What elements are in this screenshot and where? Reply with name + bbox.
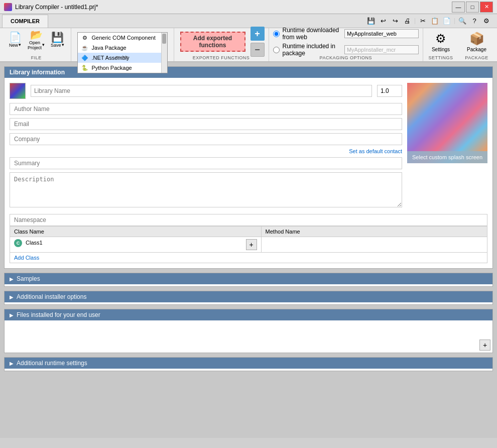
runtime-web-radio[interactable] bbox=[273, 31, 280, 37]
additional-runtime-header[interactable]: ▶ Additional runtime settings bbox=[5, 358, 492, 369]
library-icon-preview bbox=[10, 83, 26, 99]
files-installed-header[interactable]: ▶ Files installed for your end user bbox=[5, 309, 492, 320]
description-input[interactable] bbox=[10, 172, 402, 207]
class1-cell[interactable]: C Class1 + bbox=[10, 237, 262, 253]
cut-btn[interactable]: ✂ bbox=[417, 16, 428, 26]
summary-input[interactable] bbox=[10, 157, 402, 169]
library-info-body: Set as default contact Select custom spl… bbox=[5, 78, 492, 268]
minimize-button[interactable]: — bbox=[452, 2, 465, 13]
print-btn[interactable]: 🖨 bbox=[402, 16, 413, 26]
python-label: Python Package bbox=[92, 65, 132, 71]
select-splash-button[interactable]: Select custom splash screen bbox=[407, 151, 487, 163]
new-dropdown-arrow[interactable]: ▾ bbox=[19, 42, 21, 47]
class1-method-cell bbox=[261, 237, 487, 253]
main-content: Library information Set as default conta… bbox=[0, 62, 497, 438]
package-button[interactable]: 📦 Package bbox=[462, 29, 491, 55]
class1-label: Class1 bbox=[26, 240, 43, 246]
library-name-row bbox=[10, 83, 402, 99]
type-generic-com[interactable]: ⚙ Generic COM Component bbox=[78, 33, 167, 43]
file-section: 📄 New ▾ 📂 Open Project ▾ 💾 Save ▾ FILE bbox=[2, 28, 71, 61]
close-button[interactable]: ✕ bbox=[480, 2, 493, 13]
help-btn[interactable]: ? bbox=[469, 16, 480, 26]
app-icon bbox=[4, 3, 12, 11]
class-table-header-row: Class Name Method Name bbox=[10, 227, 487, 237]
additional-installer-section: ▶ Additional installer options bbox=[4, 291, 493, 305]
add-exported-functions-button[interactable]: Add exported functions bbox=[180, 32, 245, 52]
class-table: Class Name Method Name C Class1 + bbox=[10, 226, 487, 263]
generic-com-label: Generic COM Component bbox=[92, 35, 156, 41]
splash-section: Set as default contact Select custom spl… bbox=[10, 83, 487, 209]
open-dropdown-arrow[interactable]: ▾ bbox=[42, 42, 45, 47]
author-name-input[interactable] bbox=[10, 103, 402, 115]
toolbar-tabs: COMPILER 💾 ↩ ↪ 🖨 ✂ 📋 📄 🔍 ? ⚙ bbox=[0, 14, 497, 28]
settings-quick-btn[interactable]: ⚙ bbox=[481, 16, 492, 26]
package-label: Package bbox=[467, 47, 486, 52]
exported-functions-section: Add exported functions + − EXPORTED FUNC… bbox=[174, 28, 269, 61]
additional-installer-label: Additional installer options bbox=[17, 293, 86, 300]
class1-row: C Class1 + bbox=[10, 237, 487, 253]
additional-runtime-chevron: ▶ bbox=[10, 361, 14, 366]
title-bar-left: Library Compiler - untitled1.prj* bbox=[4, 3, 98, 11]
method-name-header: Method Name bbox=[261, 227, 487, 237]
python-icon: 🐍 bbox=[81, 64, 89, 72]
class-name-header: Class Name bbox=[10, 227, 262, 237]
undo-btn[interactable]: ↩ bbox=[378, 16, 389, 26]
samples-section: ▶ Samples bbox=[4, 273, 493, 287]
save-dropdown-arrow[interactable]: ▾ bbox=[62, 42, 64, 47]
generic-com-icon: ⚙ bbox=[81, 34, 89, 42]
samples-header[interactable]: ▶ Samples bbox=[5, 273, 492, 284]
open-button[interactable]: 📂 Open Project ▾ bbox=[25, 28, 47, 56]
new-icon: 📄 bbox=[9, 32, 22, 42]
library-info-panel: Library information Set as default conta… bbox=[4, 66, 493, 269]
files-add-button[interactable]: + bbox=[479, 340, 490, 351]
file-section-label: FILE bbox=[2, 55, 71, 60]
search-btn[interactable]: 🔍 bbox=[457, 16, 468, 26]
add-function-button[interactable]: + bbox=[251, 27, 265, 41]
add-export-label: Add exported functions bbox=[187, 35, 238, 49]
package-section: 📦 Package PACKAGE bbox=[458, 28, 495, 61]
runtime-included-input[interactable] bbox=[344, 45, 419, 54]
main-toolbar: 📄 New ▾ 📂 Open Project ▾ 💾 Save ▾ FILE bbox=[0, 28, 497, 62]
type-section-label: TYPE bbox=[71, 55, 174, 60]
library-info-title: Library information bbox=[10, 69, 65, 76]
class-icon: C bbox=[14, 239, 22, 247]
set-default-contact-link[interactable]: Set as default contact bbox=[10, 148, 402, 154]
save-button[interactable]: 💾 Save ▾ bbox=[48, 31, 67, 53]
compiler-tab-label: COMPILER bbox=[11, 18, 40, 24]
type-section: ⚙ Generic COM Component ☕ Java Package 🔷… bbox=[71, 28, 174, 61]
export-action-buttons: + − bbox=[251, 27, 265, 57]
add-class-cell[interactable]: Add Class bbox=[10, 253, 487, 263]
add-class-row[interactable]: Add Class bbox=[10, 253, 487, 263]
copy-btn[interactable]: 📋 bbox=[429, 16, 440, 26]
runtime-web-input[interactable] bbox=[344, 29, 419, 38]
compiler-tab[interactable]: COMPILER bbox=[2, 15, 48, 28]
runtime-included-radio[interactable] bbox=[273, 47, 280, 53]
settings-section: ⚙ Settings SETTINGS bbox=[423, 28, 458, 61]
namespace-input[interactable] bbox=[10, 214, 487, 226]
class1-add-method-button[interactable]: + bbox=[246, 239, 257, 250]
files-installed-label: Files installed for your end user bbox=[17, 311, 100, 318]
type-python-package[interactable]: 🐍 Python Package bbox=[78, 63, 167, 73]
company-input[interactable] bbox=[10, 133, 402, 145]
settings-button[interactable]: ⚙ Settings bbox=[427, 29, 454, 55]
new-button[interactable]: 📄 New ▾ bbox=[6, 31, 24, 53]
redo-btn[interactable]: ↪ bbox=[390, 16, 401, 26]
type-scrollbar[interactable] bbox=[161, 33, 167, 73]
remove-function-button[interactable]: − bbox=[251, 43, 265, 57]
library-name-input[interactable] bbox=[31, 85, 372, 97]
library-version-input[interactable] bbox=[377, 85, 402, 97]
add-class-label: Add Class bbox=[14, 255, 39, 261]
files-installed-chevron: ▶ bbox=[10, 312, 14, 318]
runtime-included-row: Runtime included in package bbox=[273, 43, 419, 57]
email-input[interactable] bbox=[10, 118, 402, 130]
runtime-included-label: Runtime included in package bbox=[283, 43, 341, 57]
runtime-web-label: Runtime downloaded from web bbox=[283, 27, 341, 41]
settings-label: Settings bbox=[432, 47, 450, 52]
save-icon-btn[interactable]: 💾 bbox=[365, 16, 377, 26]
maximize-button[interactable]: □ bbox=[466, 2, 479, 13]
splash-preview[interactable]: Select custom splash screen bbox=[407, 83, 487, 163]
type-dropdown[interactable]: ⚙ Generic COM Component ☕ Java Package 🔷… bbox=[77, 32, 168, 73]
paste-btn[interactable]: 📄 bbox=[441, 16, 452, 26]
type-java-package[interactable]: ☕ Java Package bbox=[78, 43, 167, 53]
additional-installer-header[interactable]: ▶ Additional installer options bbox=[5, 291, 492, 302]
